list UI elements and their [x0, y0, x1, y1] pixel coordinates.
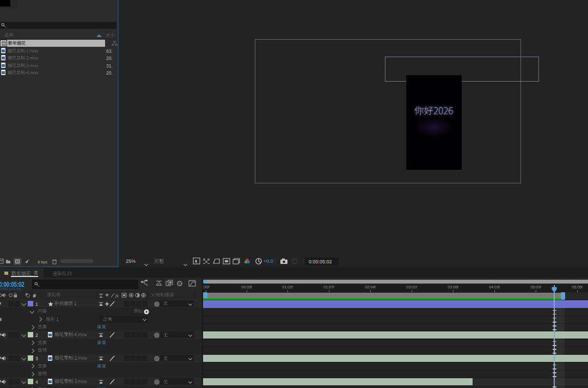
svg-text:8 bpc: 8 bpc: [38, 260, 48, 264]
svg-text:#: #: [33, 293, 36, 298]
svg-text:fx: fx: [115, 293, 119, 298]
